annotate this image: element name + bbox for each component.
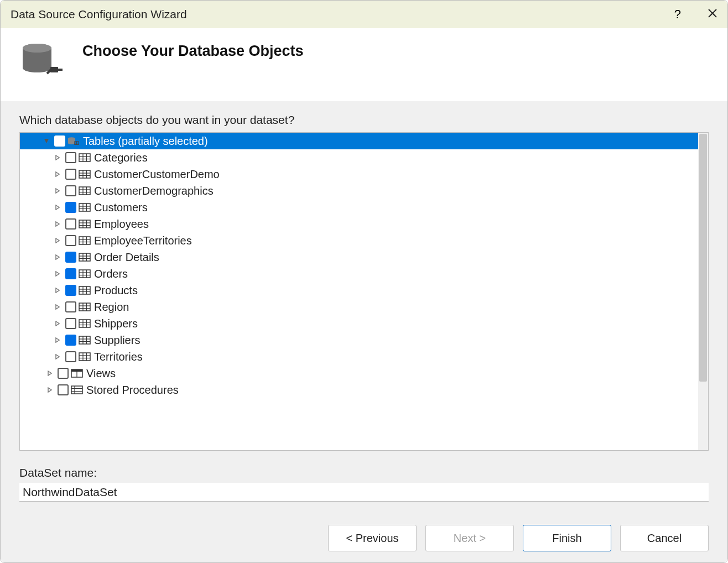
table-icon <box>79 169 91 179</box>
tree-label: Orders <box>94 265 128 282</box>
checkbox-table[interactable] <box>65 285 76 296</box>
tree-node-stored-procedures[interactable]: Stored Procedures <box>20 382 698 398</box>
tree-label: Suppliers <box>94 332 140 348</box>
table-icon <box>79 352 91 362</box>
expander-icon[interactable] <box>53 203 62 212</box>
svg-rect-25 <box>58 69 63 71</box>
tree-label: Employees <box>94 216 149 232</box>
table-icon <box>79 302 91 312</box>
tree-node-table[interactable]: Order Details <box>20 249 698 265</box>
svg-point-22 <box>23 64 51 72</box>
checkbox-table[interactable] <box>65 185 76 196</box>
tree-label: Region <box>94 299 129 315</box>
close-button[interactable] <box>708 8 717 21</box>
tree-node-table[interactable]: Territories <box>20 348 698 365</box>
tree-node-table[interactable]: Region <box>20 299 698 315</box>
expander-icon[interactable] <box>53 319 62 328</box>
expander-icon[interactable] <box>53 153 62 162</box>
table-icon <box>79 269 91 279</box>
expander-icon[interactable] <box>45 385 54 394</box>
tree-node-table[interactable]: Shippers <box>20 315 698 332</box>
tree-node-table[interactable]: EmployeeTerritories <box>20 232 698 249</box>
checkbox-table[interactable] <box>65 351 76 362</box>
tree-node-table[interactable]: Products <box>20 282 698 299</box>
checkbox-table[interactable] <box>65 252 76 263</box>
expander-icon[interactable] <box>53 303 62 311</box>
tree-node-tables[interactable]: Tables (partially selected) <box>20 133 698 149</box>
tables-group-icon <box>67 136 80 146</box>
checkbox-table[interactable] <box>65 218 76 230</box>
cancel-button[interactable]: Cancel <box>620 525 709 551</box>
stored-procedures-icon <box>71 385 83 395</box>
expander-icon[interactable] <box>53 170 62 179</box>
finish-button[interactable]: Finish <box>523 525 611 551</box>
wizard-footer: < Previous Next > Finish Cancel <box>1 514 727 562</box>
help-button[interactable]: ? <box>674 7 681 22</box>
checkbox-table[interactable] <box>65 235 76 246</box>
tree-node-table[interactable]: Categories <box>20 149 698 166</box>
tree-node-table[interactable]: Suppliers <box>20 332 698 348</box>
database-icon <box>19 41 64 79</box>
checkbox-table[interactable] <box>65 169 76 180</box>
titlebar: Data Source Configuration Wizard ? <box>1 1 727 28</box>
checkbox-table[interactable] <box>65 268 76 279</box>
previous-button[interactable]: < Previous <box>328 525 417 551</box>
page-title: Choose Your Database Objects <box>82 43 304 60</box>
dataset-name-label: DataSet name: <box>19 466 709 479</box>
scrollbar-thumb[interactable] <box>699 134 707 382</box>
next-button[interactable]: Next > <box>425 525 514 551</box>
checkbox-views[interactable] <box>58 368 69 379</box>
expander-icon[interactable] <box>53 253 62 262</box>
table-icon <box>79 252 91 262</box>
expander-icon[interactable] <box>53 220 62 228</box>
prompt-label: Which database objects do you want in yo… <box>19 113 709 127</box>
table-icon <box>79 202 91 212</box>
views-icon <box>71 368 83 378</box>
checkbox-stored-procedures[interactable] <box>58 384 69 395</box>
expander-icon[interactable] <box>45 369 54 378</box>
checkbox-table[interactable] <box>65 318 76 329</box>
table-icon <box>79 285 91 295</box>
svg-point-23 <box>23 44 51 53</box>
table-icon <box>79 186 91 196</box>
wizard-header: Choose Your Database Objects <box>1 28 727 101</box>
table-icon <box>79 219 91 229</box>
tree-node-table[interactable]: CustomerCustomerDemo <box>20 166 698 183</box>
tree-label: Customers <box>94 199 148 216</box>
table-icon <box>79 236 91 246</box>
tree-label: Categories <box>94 149 148 166</box>
tree-label: Territories <box>94 348 143 365</box>
object-tree[interactable]: Tables (partially selected) CategoriesCu… <box>20 133 698 450</box>
tree-node-table[interactable]: CustomerDemographics <box>20 183 698 199</box>
checkbox-table[interactable] <box>65 301 76 312</box>
tree-label: Tables (partially selected) <box>83 133 208 149</box>
tree-node-table[interactable]: Customers <box>20 199 698 216</box>
tree-label: Views <box>86 365 116 382</box>
expander-icon[interactable] <box>53 286 62 295</box>
tree-label: Stored Procedures <box>86 382 179 398</box>
checkbox-tables[interactable] <box>54 135 65 147</box>
tree-node-views[interactable]: Views <box>20 365 698 382</box>
expander-icon[interactable] <box>53 236 62 245</box>
expander-icon[interactable] <box>42 137 51 145</box>
table-icon <box>79 153 91 163</box>
table-icon <box>79 335 91 345</box>
table-icon <box>79 319 91 329</box>
tree-node-table[interactable]: Orders <box>20 265 698 282</box>
tree-label: Products <box>94 282 138 299</box>
dataset-name-input[interactable] <box>19 483 709 502</box>
tree-label: CustomerCustomerDemo <box>94 166 220 183</box>
tree-scrollbar[interactable] <box>698 133 708 450</box>
checkbox-table[interactable] <box>65 335 76 346</box>
expander-icon[interactable] <box>53 336 62 345</box>
checkbox-table[interactable] <box>65 152 76 163</box>
expander-icon[interactable] <box>53 186 62 195</box>
wizard-body: Which database objects do you want in yo… <box>1 101 727 514</box>
tree-label: CustomerDemographics <box>94 183 214 199</box>
tree-node-table[interactable]: Employees <box>20 216 698 232</box>
object-tree-panel: Tables (partially selected) CategoriesCu… <box>19 132 709 451</box>
expander-icon[interactable] <box>53 269 62 278</box>
tree-label: Shippers <box>94 315 138 332</box>
expander-icon[interactable] <box>53 352 62 361</box>
checkbox-table[interactable] <box>65 202 76 213</box>
